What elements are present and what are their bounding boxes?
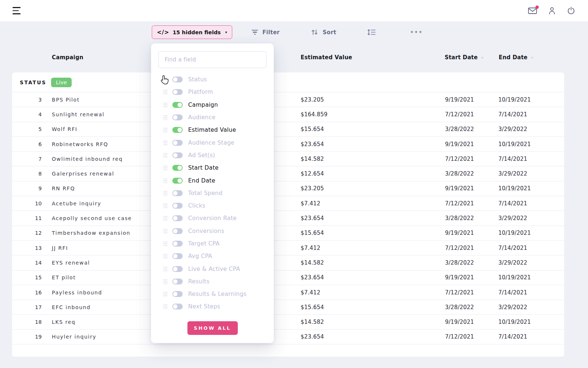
menu-button[interactable] xyxy=(12,7,21,14)
row-start-date: 7/12/2021 xyxy=(445,111,498,118)
row-estimated-value: $164.859 xyxy=(301,111,445,118)
field-toggle[interactable] xyxy=(172,266,183,272)
mail-button[interactable] xyxy=(528,7,537,15)
field-toggle[interactable] xyxy=(172,152,183,158)
drag-handle-icon[interactable] xyxy=(163,279,167,284)
field-toggle[interactable] xyxy=(172,253,183,259)
row-start-date: 3/28/2022 xyxy=(445,215,498,222)
field-toggle[interactable] xyxy=(172,241,183,247)
caret-down-icon: ▾ xyxy=(225,30,227,34)
row-end-date: 10/19/2021 xyxy=(498,185,564,192)
show-all-button[interactable]: SHOW ALL xyxy=(187,321,238,335)
table-row[interactable]: 7 Owlimited inbound req $14.582 7/12/202… xyxy=(12,152,564,166)
row-end-date: 7/14/2021 xyxy=(498,156,564,162)
drag-handle-icon[interactable] xyxy=(163,190,167,196)
field-list: Status Platform Campaign Audience Estima… xyxy=(158,73,266,313)
table-row[interactable]: 15 ET pilot $23.654 9/19/2021 10/19/2021 xyxy=(12,270,564,285)
field-item: Audience xyxy=(158,111,266,124)
drag-handle-icon[interactable] xyxy=(163,241,167,247)
table-row[interactable]: 3 BPS Pilot $23.205 9/19/2021 10/19/2021 xyxy=(12,92,564,107)
table-row[interactable]: 13 JJ RFI $7.412 7/12/2021 7/14/2021 xyxy=(12,241,564,255)
field-toggle[interactable] xyxy=(172,279,183,284)
row-number: 17 xyxy=(12,304,42,310)
hidden-fields-button[interactable]: </> 15 hidden fields ▾ xyxy=(152,25,232,39)
table-row[interactable]: 6 Robinetworks RFQ $23.654 9/19/2021 10/… xyxy=(12,137,564,152)
menu-icon xyxy=(12,7,21,8)
field-toggle[interactable] xyxy=(172,165,183,171)
field-toggle[interactable] xyxy=(172,291,183,297)
column-header-estimated-value[interactable]: Estimated Value xyxy=(301,54,352,61)
power-button[interactable] xyxy=(567,6,576,15)
field-toggle[interactable] xyxy=(172,215,183,221)
table-row[interactable]: 8 Galerprises renewal $12.654 3/28/2022 … xyxy=(12,166,564,181)
field-label: Audience xyxy=(188,114,215,121)
row-end-date: 7/14/2021 xyxy=(498,289,564,296)
drag-handle-icon[interactable] xyxy=(163,102,167,108)
drag-handle-icon[interactable] xyxy=(163,89,167,95)
field-label: Ad Set(s) xyxy=(188,152,215,159)
drag-handle-icon[interactable] xyxy=(163,178,167,184)
field-item: Target CPA xyxy=(158,237,266,250)
drag-handle-icon[interactable] xyxy=(163,140,167,146)
field-toggle[interactable] xyxy=(172,102,183,108)
drag-handle-icon[interactable] xyxy=(163,304,167,309)
table-row[interactable]: 18 LKS req $14.582 9/19/2021 10/19/2021 xyxy=(12,315,564,329)
find-field-input[interactable] xyxy=(158,51,266,68)
column-header-start-date[interactable]: Start Date ▾ xyxy=(445,54,483,61)
row-end-date: 3/29/2022 xyxy=(498,215,564,222)
field-toggle[interactable] xyxy=(172,228,183,234)
table-row[interactable]: 14 EYS renewal $14.582 3/28/2022 3/29/20… xyxy=(12,255,564,270)
user-button[interactable] xyxy=(548,6,556,15)
field-toggle[interactable] xyxy=(172,190,183,196)
row-estimated-value: $7.412 xyxy=(301,245,445,251)
drag-handle-icon[interactable] xyxy=(163,291,167,297)
table-header: Campaign Estimated Value Start Date ▾ En… xyxy=(0,43,588,72)
top-bar-actions xyxy=(528,6,576,15)
drag-handle-icon[interactable] xyxy=(163,152,167,158)
field-item: Campaign xyxy=(158,99,266,111)
table-row[interactable]: 9 RN RFQ $23.205 9/19/2021 10/19/2021 xyxy=(12,181,564,196)
row-start-date: 3/28/2022 xyxy=(445,304,498,311)
table-row[interactable]: 16 Payless inbound $7.412 7/12/2021 7/14… xyxy=(12,285,564,300)
field-item: End Date xyxy=(158,174,266,187)
row-estimated-value: $15.654 xyxy=(301,126,445,132)
field-toggle[interactable] xyxy=(172,203,183,209)
row-number: 15 xyxy=(12,275,42,280)
row-height-button[interactable] xyxy=(368,21,376,43)
table-row[interactable]: 11 Acepolly second use case $23.654 3/28… xyxy=(12,211,564,226)
drag-handle-icon[interactable] xyxy=(163,127,167,133)
drag-handle-icon[interactable] xyxy=(163,215,167,221)
more-button[interactable]: ••• xyxy=(410,21,423,43)
table-row[interactable]: 4 Sunlight renewal $164.859 7/12/2021 7/… xyxy=(12,107,564,122)
table-row[interactable]: 10 Acetube inquiry $7.412 7/12/2021 7/14… xyxy=(12,196,564,211)
table-row[interactable]: 5 Wolf RFI $15.654 3/28/2022 3/29/2022 xyxy=(12,122,564,137)
field-toggle[interactable] xyxy=(172,304,183,309)
field-toggle[interactable] xyxy=(172,89,183,95)
drag-handle-icon[interactable] xyxy=(163,165,167,171)
field-item: Results & Learnings xyxy=(158,288,266,300)
field-toggle[interactable] xyxy=(172,77,183,82)
drag-handle-icon[interactable] xyxy=(163,77,167,82)
field-label: Total Spend xyxy=(188,190,222,197)
field-toggle[interactable] xyxy=(172,178,183,184)
drag-handle-icon[interactable] xyxy=(163,203,167,209)
drag-handle-icon[interactable] xyxy=(163,228,167,234)
row-end-date: 7/14/2021 xyxy=(498,245,564,251)
drag-handle-icon[interactable] xyxy=(163,266,167,272)
field-toggle[interactable] xyxy=(172,140,183,146)
filter-button[interactable]: Filter xyxy=(252,21,280,43)
field-label: Clicks xyxy=(188,202,205,209)
drag-handle-icon[interactable] xyxy=(163,253,167,259)
row-estimated-value: $12.654 xyxy=(301,170,445,177)
row-start-date: 7/12/2021 xyxy=(445,156,498,162)
table-row[interactable]: 12 Timbershadow expansion $15.654 9/19/2… xyxy=(12,226,564,241)
sort-button[interactable]: Sort xyxy=(311,21,336,43)
row-start-date: 9/19/2021 xyxy=(445,319,498,325)
column-header-end-date[interactable]: End Date ▾ xyxy=(499,54,533,61)
field-toggle[interactable] xyxy=(172,127,183,133)
table-row[interactable]: 17 EFC inbound $15.654 3/28/2022 3/29/20… xyxy=(12,300,564,315)
column-header-campaign[interactable]: Campaign xyxy=(52,54,83,61)
table-row[interactable]: 19 Huyler inquiry $23.654 7/12/2021 7/14… xyxy=(12,330,564,344)
drag-handle-icon[interactable] xyxy=(163,114,167,120)
field-toggle[interactable] xyxy=(172,114,183,120)
